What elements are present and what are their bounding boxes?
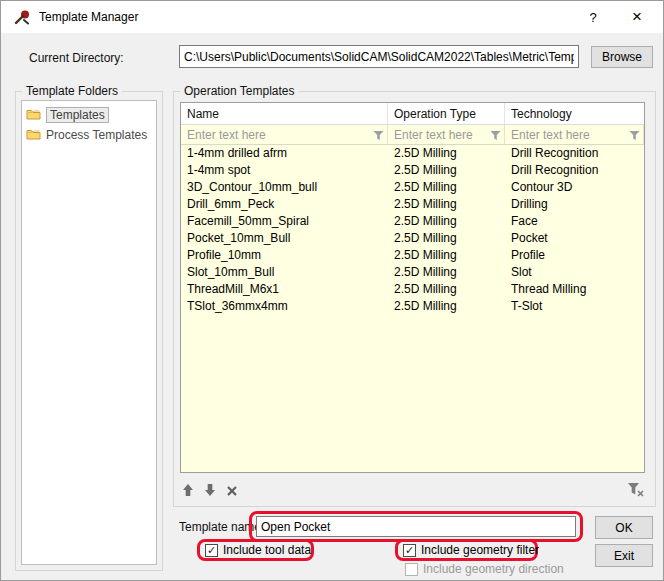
- move-up-button[interactable]: [179, 481, 197, 499]
- filter-placeholder: Enter text here: [394, 128, 473, 142]
- column-header-operation-type[interactable]: Operation Type: [388, 103, 505, 124]
- cell-name: 1-4mm spot: [181, 162, 388, 179]
- filter-placeholder: Enter text here: [511, 128, 590, 142]
- clear-filter-icon[interactable]: [626, 480, 644, 498]
- cell-name: Pocket_10mm_Bull: [181, 230, 388, 247]
- operation-templates-group: Operation Templates Name Operation Type …: [173, 91, 656, 507]
- titlebar: Template Manager ? ×: [1, 1, 663, 33]
- cell-technology: Pocket: [505, 230, 644, 247]
- include-geometry-direction-row: Include geometry direction: [405, 561, 564, 577]
- template-name-input[interactable]: [256, 516, 576, 537]
- cell-operation-type: 2.5D Milling: [388, 145, 505, 162]
- cell-name: TSlot_36mmx4mm: [181, 298, 388, 315]
- column-header-name[interactable]: Name: [181, 103, 388, 124]
- current-directory-input[interactable]: [179, 45, 579, 68]
- filter-funnel-icon[interactable]: [490, 130, 501, 144]
- operation-templates-group-title: Operation Templates: [180, 84, 299, 98]
- delete-button[interactable]: [223, 482, 241, 500]
- table-row[interactable]: Facemill_50mm_Spiral 2.5D Milling Face: [181, 213, 644, 230]
- include-geometry-filter-annotation: ✓ Include geometry filter: [395, 539, 538, 561]
- current-directory-label: Current Directory:: [29, 51, 124, 65]
- cell-technology: Drill Recognition: [505, 145, 644, 162]
- cell-technology: Contour 3D: [505, 179, 644, 196]
- folder-item-templates[interactable]: Templates: [22, 105, 156, 125]
- cell-technology: Face: [505, 213, 644, 230]
- table-header-row: Name Operation Type Technology: [181, 103, 644, 125]
- template-name-annotation: [249, 511, 583, 542]
- folder-icon: [26, 108, 41, 123]
- filter-placeholder: Enter text here: [187, 128, 266, 142]
- table-filter-row: Enter text here Enter text here Enter te…: [181, 125, 644, 145]
- help-button[interactable]: ?: [575, 1, 611, 33]
- table-row[interactable]: Slot_10mm_Bull 2.5D Milling Slot: [181, 264, 644, 281]
- cell-operation-type: 2.5D Milling: [388, 179, 505, 196]
- cell-technology: Drill Recognition: [505, 162, 644, 179]
- folder-item-process-templates[interactable]: Process Templates: [22, 125, 156, 145]
- table-row[interactable]: 1-4mm spot 2.5D Milling Drill Recognitio…: [181, 162, 644, 179]
- cell-operation-type: 2.5D Milling: [388, 230, 505, 247]
- template-manager-dialog: Template Manager ? × Current Directory: …: [0, 0, 664, 581]
- include-geometry-filter-checkbox[interactable]: ✓: [403, 544, 416, 557]
- filter-input-technology[interactable]: Enter text here: [505, 125, 644, 144]
- cell-operation-type: 2.5D Milling: [388, 162, 505, 179]
- close-button[interactable]: ×: [619, 1, 655, 33]
- template-folders-group: Template Folders Templates Process Templ…: [15, 91, 163, 571]
- ok-button[interactable]: OK: [595, 516, 653, 539]
- cell-operation-type: 2.5D Milling: [388, 247, 505, 264]
- table-row[interactable]: Drill_6mm_Peck 2.5D Milling Drilling: [181, 196, 644, 213]
- filter-input-operation-type[interactable]: Enter text here: [388, 125, 505, 144]
- cell-name: 1-4mm drilled afrm: [181, 145, 388, 162]
- operation-templates-table: Name Operation Type Technology Enter tex…: [180, 102, 645, 473]
- cell-name: 3D_Contour_10mm_bull: [181, 179, 388, 196]
- include-geometry-filter-label: Include geometry filter: [421, 543, 539, 557]
- cell-name: Drill_6mm_Peck: [181, 196, 388, 213]
- cell-technology: Profile: [505, 247, 644, 264]
- cell-technology: Thread Milling: [505, 281, 644, 298]
- cell-technology: T-Slot: [505, 298, 644, 315]
- table-row[interactable]: Profile_10mm 2.5D Milling Profile: [181, 247, 644, 264]
- cell-name: Facemill_50mm_Spiral: [181, 213, 388, 230]
- cell-operation-type: 2.5D Milling: [388, 281, 505, 298]
- table-row[interactable]: TSlot_36mmx4mm 2.5D Milling T-Slot: [181, 298, 644, 315]
- cell-operation-type: 2.5D Milling: [388, 298, 505, 315]
- browse-button[interactable]: Browse: [591, 46, 653, 68]
- folder-item-label: Templates: [46, 107, 109, 123]
- filter-funnel-icon[interactable]: [629, 130, 640, 144]
- filter-input-name[interactable]: Enter text here: [181, 125, 388, 144]
- include-tool-data-annotation: ✓ Include tool data: [197, 539, 314, 561]
- include-geometry-direction-label: Include geometry direction: [423, 562, 564, 576]
- cell-technology: Slot: [505, 264, 644, 281]
- template-folders-group-title: Template Folders: [22, 84, 122, 98]
- column-header-technology[interactable]: Technology: [505, 103, 644, 124]
- table-row[interactable]: 1-4mm drilled afrm 2.5D Milling Drill Re…: [181, 145, 644, 162]
- include-tool-data-label: Include tool data: [223, 543, 311, 557]
- move-down-button[interactable]: [201, 481, 219, 499]
- include-tool-data-checkbox[interactable]: ✓: [205, 544, 218, 557]
- include-geometry-direction-checkbox[interactable]: [405, 563, 418, 576]
- cell-operation-type: 2.5D Milling: [388, 264, 505, 281]
- cell-name: Slot_10mm_Bull: [181, 264, 388, 281]
- folder-item-label: Process Templates: [46, 128, 147, 142]
- table-row[interactable]: Pocket_10mm_Bull 2.5D Milling Pocket: [181, 230, 644, 247]
- table-row[interactable]: 3D_Contour_10mm_bull 2.5D Milling Contou…: [181, 179, 644, 196]
- table-row[interactable]: ThreadMill_M6x1 2.5D Milling Thread Mill…: [181, 281, 644, 298]
- app-icon: [14, 9, 31, 26]
- template-folders-list: Templates Process Templates: [21, 100, 157, 565]
- exit-button[interactable]: Exit: [595, 544, 653, 567]
- cell-operation-type: 2.5D Milling: [388, 213, 505, 230]
- cell-technology: Drilling: [505, 196, 644, 213]
- filter-funnel-icon[interactable]: [373, 130, 384, 144]
- cell-name: ThreadMill_M6x1: [181, 281, 388, 298]
- window-title: Template Manager: [39, 10, 138, 24]
- cell-name: Profile_10mm: [181, 247, 388, 264]
- table-body: 1-4mm drilled afrm 2.5D Milling Drill Re…: [181, 145, 644, 472]
- cell-operation-type: 2.5D Milling: [388, 196, 505, 213]
- folder-icon: [26, 128, 41, 143]
